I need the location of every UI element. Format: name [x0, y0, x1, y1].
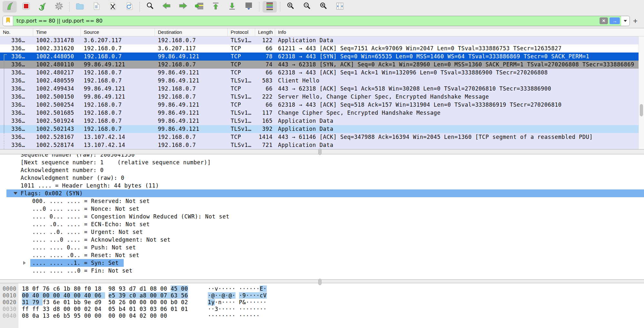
cell-dst: 99.86.49.121	[155, 117, 228, 125]
packet-row[interactable]: 336…1002.501924192.168.0.799.86.49.121TL…	[0, 117, 644, 125]
hex-byte: 01	[171, 306, 181, 312]
expander-closed-icon[interactable]	[23, 261, 26, 265]
pane-splitter-bottom[interactable]	[0, 279, 644, 283]
stop-capture-button[interactable]	[19, 1, 33, 13]
hex-byte: 63	[171, 292, 181, 299]
splitter-grip[interactable]	[318, 279, 322, 285]
packet-row[interactable]: 336…1002.501685192.168.0.799.86.49.121TL…	[0, 109, 644, 117]
capture-options-button[interactable]	[52, 1, 66, 13]
ascii-char: @	[211, 292, 215, 299]
cell-len: 165	[255, 117, 275, 125]
hex-row[interactable]: 004008 0a 13 e6 b5 95 00 00 00 00 04 02 …	[0, 313, 644, 319]
packet-row[interactable]: 336…1002.502143192.168.0.799.86.49.121TL…	[0, 125, 644, 133]
save-file-button[interactable]	[89, 1, 103, 13]
splitter-grip[interactable]	[318, 149, 322, 155]
column-header-no[interactable]: No.	[0, 28, 33, 36]
vertical-scrollbar-thumb[interactable]	[640, 104, 643, 116]
detail-text: .... .... ..1. = Syn: Set	[30, 259, 124, 267]
detail-line[interactable]: .... .... 0... = Push: Not set	[0, 244, 644, 251]
packet-detail-pane: Sequence number (raw): 2005041550[Next s…	[0, 154, 644, 279]
hex-ascii: ·@··@·@· ·9····cV	[208, 292, 267, 299]
packet-row[interactable]: 336…1002.52817413.107.42.14192.168.0.7TL…	[0, 141, 644, 149]
column-header-length[interactable]: Length	[255, 28, 275, 36]
detail-line[interactable]: Sequence number (raw): 2005041550	[0, 154, 644, 159]
column-header-time[interactable]: Time	[33, 28, 81, 36]
filter-bookmark-button[interactable]	[3, 16, 13, 26]
detail-line[interactable]: ...0 .... .... = Nonce: Not set	[0, 205, 644, 213]
cell-src: 192.168.0.7	[81, 101, 155, 109]
go-to-packet-button[interactable]	[192, 1, 207, 13]
packet-row[interactable]: 336…1002.50015099.86.49.121192.168.0.7TL…	[0, 93, 644, 101]
detail-line[interactable]: Flags: 0x002 (SYN)	[6, 189, 644, 197]
resize-columns-button[interactable]	[333, 1, 347, 13]
filter-history-dropdown[interactable]	[621, 16, 630, 26]
clear-filter-button[interactable]: ✕	[600, 17, 608, 24]
close-file-button[interactable]	[106, 1, 120, 13]
toolbar-separator	[69, 2, 70, 12]
detail-line[interactable]: [Next sequence number: 1 (relative seque…	[0, 159, 644, 166]
hex-row[interactable]: 0030ff ff 33 d8 00 00 02 04 05 b4 01 03 …	[0, 306, 644, 313]
hex-row[interactable]: 001000 40 00 00 40 00 40 06 e5 39 c0 a8 …	[0, 292, 644, 299]
detail-line[interactable]: Acknowledgment number: 0	[0, 166, 644, 174]
hex-byte: 04	[129, 313, 139, 319]
detail-line[interactable]: Acknowledgment number (raw): 0	[0, 174, 644, 182]
column-header-protocol[interactable]: Protocol	[228, 28, 255, 36]
go-last-button[interactable]	[225, 1, 239, 13]
pane-splitter-top[interactable]	[0, 149, 644, 154]
go-back-button[interactable]	[159, 1, 174, 13]
packet-row[interactable]: 336…1002.3314783.6.207.117192.168.0.7TLS…	[0, 36, 644, 44]
start-capture-button[interactable]	[3, 1, 17, 13]
auto-scroll-button[interactable]	[242, 1, 256, 13]
go-to-packet-icon	[195, 1, 204, 12]
display-filter-field[interactable]: ✕ →	[3, 16, 630, 26]
packet-row[interactable]: 336…1002.500254192.168.0.799.86.49.121TC…	[0, 101, 644, 109]
restart-capture-button[interactable]	[35, 1, 50, 13]
detail-line[interactable]: .... 0... .... = Congestion Window Reduc…	[0, 213, 644, 220]
reload-file-button[interactable]	[122, 1, 136, 13]
detail-line[interactable]: 000. .... .... = Reserved: Not set	[0, 197, 644, 205]
add-filter-button[interactable]: +	[630, 16, 641, 25]
ascii-char: 1	[208, 299, 211, 305]
detail-line[interactable]: .... ...0 .... = Acknowledgment: Not set	[0, 236, 644, 244]
find-packet-button[interactable]	[143, 1, 157, 13]
expander-open-icon[interactable]	[14, 192, 17, 195]
packet-row[interactable]: 336…1002.331620192.168.0.73.6.207.117TCP…	[0, 44, 644, 53]
open-file-button[interactable]	[73, 1, 87, 13]
hex-byte: 01	[181, 306, 188, 312]
hex-byte: 01	[63, 299, 74, 305]
zoom-out-button[interactable]	[300, 1, 314, 13]
column-header-info[interactable]: Info	[275, 28, 644, 36]
packet-row[interactable]: 336…1002.48011099.86.49.121192.168.0.7TC…	[0, 61, 644, 69]
column-header-source[interactable]: Source	[81, 28, 155, 36]
vertical-scrollbar[interactable]	[639, 36, 644, 149]
colorize-packets-button[interactable]	[263, 1, 277, 13]
go-first-button[interactable]	[209, 1, 223, 13]
detail-line[interactable]: .... .... ...0 = Fin: Not set	[0, 267, 644, 275]
go-forward-button[interactable]	[176, 1, 190, 13]
detail-line[interactable]: 1011 .... = Header Length: 44 bytes (11)	[0, 182, 644, 189]
ascii-gap	[235, 285, 239, 292]
packet-row[interactable]: 336…1002.448050192.168.0.799.86.49.121TC…	[0, 53, 644, 61]
detail-text: Acknowledgment number: 0	[21, 167, 104, 173]
ascii-char: ·	[253, 292, 256, 299]
detail-line[interactable]: .... .... ..1. = Syn: Set	[0, 259, 644, 267]
hex-row[interactable]: 000018 0f 76 c6 1b 80 f0 18 98 93 d7 d1 …	[0, 285, 644, 292]
column-header-destination[interactable]: Destination	[155, 28, 228, 36]
display-filter-input[interactable]	[13, 16, 600, 26]
detail-line[interactable]: .... .... .0.. = Reset: Not set	[0, 251, 644, 259]
cell-proto: TCP	[228, 101, 255, 109]
packet-row[interactable]: 336…1002.480559192.168.0.799.86.49.121TL…	[0, 77, 644, 85]
detail-line[interactable]: .... ..0. .... = Urgent: Not set	[0, 228, 644, 236]
ascii-char: n	[218, 299, 222, 305]
zoom-reset-button[interactable]	[316, 1, 331, 13]
packet-row[interactable]: 336…1002.49943499.86.49.121192.168.0.7TC…	[0, 85, 644, 93]
ascii-char: ·	[239, 313, 243, 319]
packet-row[interactable]: 336…1002.52816713.107.42.14192.168.0.7TC…	[0, 133, 644, 141]
cell-num: 336…	[8, 53, 33, 61]
hex-row[interactable]: 002031 79 f3 6e 01 bb 9e d9 50 26 00 00 …	[0, 299, 644, 306]
packet-row[interactable]: 336…1002.480217192.168.0.799.86.49.121TC…	[0, 69, 644, 77]
hex-gap	[105, 313, 109, 319]
detail-line[interactable]: .... .0.. .... = ECN-Echo: Not set	[0, 220, 644, 228]
apply-filter-button[interactable]: →	[610, 17, 620, 24]
zoom-in-button[interactable]	[284, 1, 298, 13]
